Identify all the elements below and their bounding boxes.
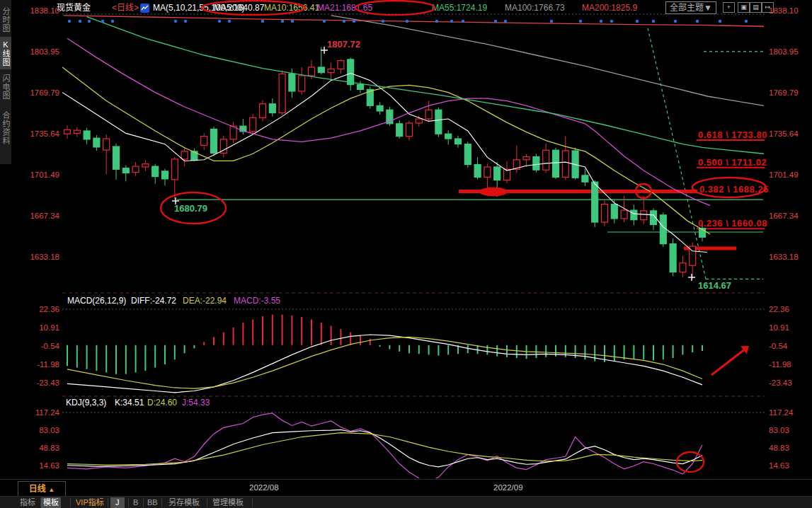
ma-line-ma5 xyxy=(62,73,707,252)
candle-body xyxy=(309,67,315,76)
fib-0382-label: 0.382 \ 1688.25 xyxy=(699,184,769,195)
toolbar-separator xyxy=(143,498,144,507)
signal-dot xyxy=(68,20,71,23)
fib-0236-label: 0.236 \ 1660.08 xyxy=(698,218,767,229)
crosshair-icon[interactable]: + xyxy=(723,2,735,13)
ma-line-ma55 xyxy=(87,17,764,154)
candle-body xyxy=(611,204,617,219)
candle-body xyxy=(582,175,588,182)
toolbar-j[interactable]: J xyxy=(110,497,125,508)
ma10-value: MA10:1656.41 xyxy=(264,2,319,13)
toolbar-manage-template[interactable]: 管理模板 xyxy=(210,497,246,508)
candle-body xyxy=(211,129,217,153)
final-low-annotation: 1614.67 xyxy=(698,280,731,291)
signal-dot xyxy=(652,20,655,23)
macd-diff-line xyxy=(67,335,702,393)
signal-dot xyxy=(343,20,345,23)
sidebar-tab-timeline[interactable]: 分时图 xyxy=(0,6,11,34)
candle-body xyxy=(592,182,598,222)
layout-grid-icon[interactable]: ▤ xyxy=(750,2,762,13)
signal-dot xyxy=(435,20,438,23)
axis-tick-label: 1838.10 xyxy=(21,6,59,16)
axis-tick-label: 1735.64 xyxy=(21,129,59,139)
view-sidebar: 分时图 K线图 闪电图 合约资料 xyxy=(0,0,11,164)
candle-body xyxy=(162,171,168,179)
signal-dot xyxy=(281,20,284,23)
candle-body xyxy=(504,169,510,180)
period-tag[interactable]: <日线> xyxy=(112,2,139,13)
kdj-d-line xyxy=(67,433,702,465)
candle-body xyxy=(513,160,520,170)
ma-line-ma21 xyxy=(67,38,710,205)
candle-body xyxy=(358,85,364,90)
candle-body xyxy=(690,246,696,265)
annotation-arrow-head xyxy=(740,346,749,354)
toolbar-b[interactable]: B xyxy=(131,497,140,508)
axis-tick-label: -11.98 xyxy=(21,359,59,369)
candle-body xyxy=(240,126,246,132)
kdj-panel xyxy=(67,413,702,481)
annotation-arrow xyxy=(711,350,745,375)
candle-body xyxy=(680,263,686,272)
period-selector[interactable]: 日线 ▲ xyxy=(18,481,66,497)
pop-out-icon[interactable]: ↦ xyxy=(762,2,774,13)
candle-body xyxy=(455,139,462,144)
candle-body xyxy=(425,110,432,119)
axis-tick-label: 14.63 xyxy=(769,461,789,471)
axis-tick-label: 1803.95 xyxy=(21,47,59,57)
macd-dea-line xyxy=(67,337,702,388)
sidebar-tab-contract-info[interactable]: 合约资料 xyxy=(0,105,11,151)
toolbar-indicators[interactable]: 指标 xyxy=(18,497,38,508)
layout-single-icon[interactable]: ▣ xyxy=(738,2,750,13)
kdj-k-line xyxy=(67,429,702,467)
candle-body xyxy=(435,110,442,134)
candlestick-chart-icon xyxy=(140,3,149,16)
candle-body xyxy=(250,117,256,132)
candle-body xyxy=(348,59,354,85)
toolbar-vip-indicators[interactable]: VIP指标 xyxy=(74,497,106,508)
candle-body xyxy=(279,74,285,112)
axis-tick-label: 117.24 xyxy=(769,408,793,417)
axis-tick-label: -23.43 xyxy=(769,378,792,388)
ma-line-ma10 xyxy=(62,67,710,234)
axis-tick-label: 1769.79 xyxy=(769,88,799,98)
axis-tick-label: -11.98 xyxy=(769,359,791,369)
candle-body xyxy=(269,104,275,113)
signal-dot xyxy=(184,20,187,23)
axis-tick-label: 48.83 xyxy=(21,443,59,453)
sidebar-tab-flash[interactable]: 闪电图 xyxy=(0,71,11,103)
axis-tick-label: 1735.64 xyxy=(769,129,799,139)
macd-diff-value: DIFF:-24.72 xyxy=(131,296,176,306)
axis-tick-label: 14.63 xyxy=(21,461,59,471)
candle-body xyxy=(494,167,501,180)
candle-body xyxy=(230,126,236,139)
chart-canvas[interactable] xyxy=(0,0,812,508)
candle-body xyxy=(328,69,334,73)
axis-tick-label: 1633.18 xyxy=(21,252,59,262)
sidebar-tab-kline[interactable]: K线图 xyxy=(0,37,11,69)
toolbar-separator xyxy=(40,498,41,507)
signal-dot xyxy=(450,20,453,23)
candle-body xyxy=(406,123,413,137)
candle-body xyxy=(484,167,491,177)
candle-body xyxy=(103,139,110,150)
signal-dot xyxy=(610,20,613,23)
kdj-j-line xyxy=(67,413,702,481)
candle-body xyxy=(289,74,295,91)
signal-dot xyxy=(504,20,507,23)
signal-dot xyxy=(579,20,582,23)
signal-dot xyxy=(111,20,114,23)
toolbar-save-template[interactable]: 另存模板 xyxy=(166,497,202,508)
signal-dot xyxy=(261,20,264,23)
signal-dot xyxy=(101,20,104,23)
candle-body xyxy=(602,204,608,222)
annotation-circle xyxy=(692,178,766,197)
toolbar-bb[interactable]: BB xyxy=(145,497,160,508)
signal-dot xyxy=(636,20,639,23)
theme-select-button[interactable]: 全部主题▼ xyxy=(665,1,716,14)
axis-tick-label: 1633.18 xyxy=(769,252,799,262)
signal-dot xyxy=(600,20,602,23)
main-chart-panel xyxy=(62,16,765,281)
toolbar-templates[interactable]: 模板 xyxy=(41,497,61,508)
axis-tick-label: 83.03 xyxy=(21,425,59,435)
